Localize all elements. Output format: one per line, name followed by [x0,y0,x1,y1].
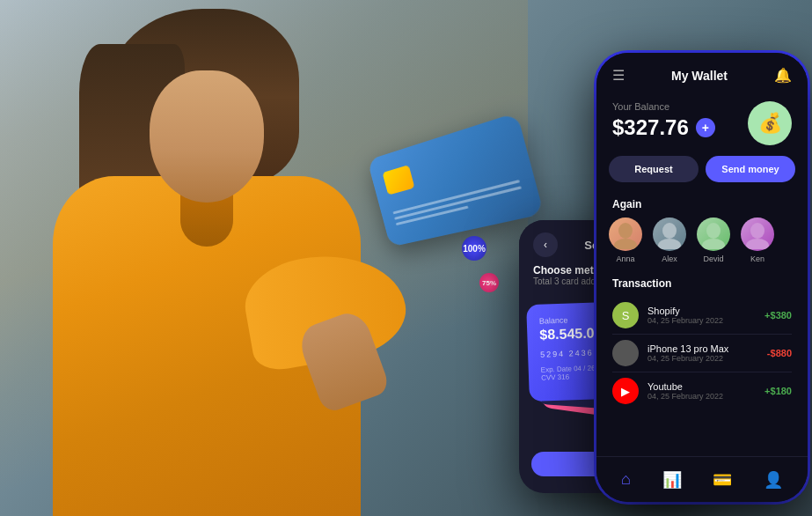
contact-anna[interactable]: Anna [609,217,642,263]
svg-point-5 [702,239,725,249]
apple-icon [612,340,639,366]
menu-icon[interactable]: ☰ [612,67,625,84]
tx-amount-shopify: +$380 [764,310,792,321]
back-button[interactable]: ‹ [533,232,558,257]
contact-devid[interactable]: Devid [697,217,730,263]
svg-point-1 [614,239,637,249]
contact-alex[interactable]: Alex [653,217,686,263]
add-balance-button[interactable]: + [696,118,715,137]
tx-amount-iphone: -$880 [767,348,792,358]
wallet-icon-circle: 💰 [748,101,792,145]
svg-point-7 [746,239,769,249]
badge-pink: 75% [479,273,499,292]
transaction-youtube[interactable]: ▶ Youtube 04, 25 February 2022 +$180 [596,372,808,409]
tx-date-youtube: 04, 25 February 2022 [647,392,756,401]
balance-section: Your Balance $327.76 + 💰 [596,92,808,156]
wallet-title: My Wallet [671,69,728,83]
svg-point-0 [618,223,633,239]
tx-amount-youtube: +$180 [764,386,792,396]
tab-card-icon[interactable]: 💳 [713,470,732,490]
shopify-icon: S [612,302,639,328]
contacts-row: Anna Alex Devid [596,217,808,274]
avatar-anna [609,217,642,251]
tx-name-iphone: iPhone 13 pro Max [647,343,758,354]
balance-amount: $327.76 [612,115,689,140]
tab-chart-icon[interactable]: 📊 [662,470,682,490]
tab-home-icon[interactable]: ⌂ [621,470,631,489]
person-face [150,70,264,203]
wallet-header: ☰ My Wallet 🔔 [596,53,808,92]
notification-icon[interactable]: 🔔 [774,67,792,84]
transaction-youtube-info: Youtube 04, 25 February 2022 [647,381,756,401]
svg-point-3 [658,239,681,249]
badge-blue: 100% [462,236,486,261]
contact-name-alex: Alex [662,254,677,263]
transaction-shopify-info: Shopify 04, 25 February 2022 [647,306,756,325]
send-money-button[interactable]: Send money [706,156,795,182]
contact-name-devid: Devid [703,254,723,263]
contact-name-ken: Ken [750,254,764,263]
avatar-ken [741,217,774,251]
transactions-label: Transaction [596,274,808,297]
svg-point-6 [750,223,764,239]
balance-info: Your Balance $327.76 + [612,101,715,140]
contacts-section-label: Again [596,195,808,217]
bottom-tab-bar: ⌂ 📊 💳 👤 [596,456,808,502]
request-button[interactable]: Request [609,156,699,182]
avatar-devid [697,217,730,251]
balance-label: Your Balance [612,101,715,112]
tx-date-shopify: 04, 25 February 2022 [647,316,756,325]
contact-ken[interactable]: Ken [741,217,774,263]
tx-name-youtube: Youtube [647,381,756,392]
wallet-phone: ☰ My Wallet 🔔 Your Balance $327.76 + 💰 R… [596,53,808,502]
tx-name-shopify: Shopify [647,306,756,316]
contact-name-anna: Anna [616,254,634,263]
svg-point-2 [662,223,677,239]
tab-user-icon[interactable]: 👤 [764,470,783,490]
transaction-iphone[interactable]: iPhone 13 pro Max 04, 25 February 2022 -… [596,335,808,372]
balance-amount-row: $327.76 + [612,115,715,140]
transaction-iphone-info: iPhone 13 pro Max 04, 25 February 2022 [647,343,758,363]
transaction-shopify[interactable]: S Shopify 04, 25 February 2022 +$380 [596,297,808,334]
youtube-icon: ▶ [612,378,639,404]
svg-point-4 [706,223,721,239]
avatar-alex [653,217,686,251]
action-buttons: Request Send money [596,156,808,195]
tx-date-iphone: 04, 25 February 2022 [647,354,758,363]
